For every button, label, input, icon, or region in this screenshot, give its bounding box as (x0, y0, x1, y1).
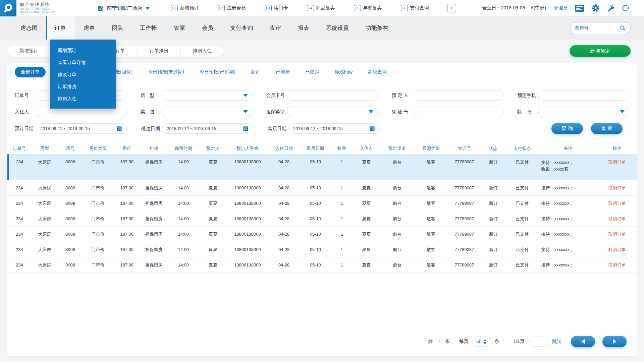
account-card-icon[interactable] (575, 5, 584, 12)
nav-item[interactable]: 团队 (103, 16, 131, 40)
function-shortcut[interactable]: F6 支付查询 (401, 5, 429, 11)
nav-item[interactable]: 支付查询 (222, 16, 261, 40)
table-row[interactable]: 234 大床房 8008 门市价 187.00 担保留房 14:00 夏夏 13… (8, 257, 637, 273)
per-page-selector[interactable]: 50 (472, 337, 491, 347)
function-shortcut[interactable]: F2 注册会员 (218, 5, 246, 11)
filter-tab[interactable]: 今日预抵(已过期) (200, 69, 235, 75)
status-select[interactable] (538, 107, 629, 117)
cancel-order-link[interactable]: 取消订单 (608, 216, 626, 221)
channel-select[interactable] (161, 107, 253, 117)
table-row[interactable]: 234 大床房 8008 门市价 187.00 担保留房 14:00 夏夏 13… (8, 180, 637, 196)
function-shortcut[interactable]: F4 商品售卖 (307, 5, 335, 11)
cell-room-type: 大床房 (31, 242, 58, 257)
nav-item[interactable]: 会员 (194, 16, 222, 40)
nav-item[interactable]: 管家 (165, 16, 194, 40)
arrival-date-picker[interactable]: 2018-09-12 ~ 2018-09-15 (162, 123, 253, 134)
order-tab[interactable]: 订单排房 (138, 46, 181, 57)
cancel-order-link[interactable]: 取消订单 (608, 247, 626, 252)
fkey-badge: F3 (265, 5, 272, 11)
table-body: 234 大床房 8008 门市价 187.00 担保留房 14:00 夏夏 13… (8, 154, 637, 273)
nav-item[interactable]: 夜审 (261, 16, 289, 40)
function-shortcut[interactable]: F5 早餐售卖 (354, 5, 382, 11)
cancel-order-link[interactable]: 取消订单 (608, 201, 626, 206)
submenu-item[interactable]: 修改订单 (50, 68, 116, 80)
query-button[interactable]: 查 询 (551, 123, 583, 134)
user-role[interactable]: 管理员 (553, 5, 568, 11)
cell-checkin: 04-28 (268, 196, 300, 211)
nav-item[interactable]: 系统设置 (318, 16, 357, 40)
table-row[interactable]: 234 大床房 8008 门市价 187.00 担保留房 14:00 夏夏 13… (8, 196, 637, 211)
cell-guest: 夏夏 (353, 211, 380, 227)
jump-button[interactable]: 跳转 (552, 339, 561, 345)
store-switcher[interactable]: 南宁朝阳广场店 (97, 5, 150, 12)
cell-voucher: 77789087 (448, 257, 481, 273)
logout-icon[interactable] (622, 4, 630, 12)
table-row[interactable]: 234 大床房 8008 门市价 187.00 担保留房 14:00 夏夏 13… (8, 211, 637, 227)
cancel-order-link[interactable]: 取消订单 (608, 185, 626, 190)
nav-item[interactable]: 房态图 (12, 16, 46, 40)
cell-rate-type: 门市价 (82, 227, 114, 242)
cell-qty: 1 (331, 227, 353, 242)
order-tab[interactable]: 新增预订 (7, 46, 51, 57)
table-row[interactable]: 234 大床房 8008 门市价 187.00 担保留房 14:00 夏夏 13… (8, 154, 637, 180)
filter-tab[interactable]: 全部订单 (15, 67, 46, 77)
search-icon[interactable] (620, 25, 626, 31)
filter-tab[interactable]: NoShow (335, 69, 353, 75)
guest-input[interactable] (40, 109, 122, 114)
function-shortcut[interactable]: F1 新增预订 (171, 5, 199, 11)
reset-button[interactable]: 重 置 (591, 123, 623, 134)
remark-line-1: 接待：xxxxxxx； (541, 159, 597, 166)
booker-input[interactable] (417, 93, 499, 98)
nav-item[interactable]: 报表 (289, 16, 318, 40)
gear-icon[interactable] (592, 4, 600, 12)
cancel-order-link[interactable]: 取消订单 (608, 232, 626, 237)
voucher-no-input[interactable] (417, 109, 499, 114)
filter-tab[interactable]: 今日预抵(未过期) (148, 69, 184, 75)
nav-item[interactable]: 功能架构 (357, 16, 397, 40)
nav-item[interactable]: 工作帐 (131, 16, 165, 40)
prev-page-button[interactable] (571, 336, 595, 347)
submenu-item[interactable]: 订单排房 (50, 80, 116, 93)
submenu-item[interactable]: 排房入住 (50, 93, 116, 105)
wrench-icon[interactable] (607, 4, 614, 12)
booking-date-picker[interactable]: 2018-09-12 ~ 2018-09-15 (36, 123, 127, 134)
table-row[interactable]: 234 大床房 8008 门市价 187.00 担保留房 14:00 夏夏 13… (8, 227, 637, 242)
jump-page-input[interactable] (529, 337, 549, 347)
next-page-button[interactable] (602, 336, 627, 347)
column-header: 客源类型 (414, 143, 448, 154)
order-tab[interactable]: 排房入住 (181, 46, 224, 57)
order-no-label: 订单号 (15, 93, 36, 99)
room-type-select[interactable] (161, 90, 253, 101)
fkey-badge: F5 (354, 5, 361, 11)
member-card-input[interactable] (291, 93, 373, 98)
nav-item[interactable]: 订单 (46, 16, 75, 40)
cell-guest: 夏夏 (353, 196, 380, 211)
room-search-input[interactable] (575, 25, 618, 31)
spinner-down-icon[interactable] (483, 342, 487, 344)
filter-tab[interactable]: 新订 (251, 69, 260, 75)
submenu-item[interactable]: 新增预订 (50, 44, 116, 56)
filter-tab[interactable]: 已取消 (305, 69, 319, 75)
cell-remark: 接待：xxxxxxx； (539, 211, 598, 227)
cell-guarantee: 担保留房 (140, 154, 168, 180)
function-shortcut[interactable]: F3 读门卡 (265, 5, 288, 11)
filter-tab[interactable]: 高级查询 (368, 69, 387, 75)
table-row[interactable]: 234 大床房 8008 门市价 187.00 担保留房 14:00 夏夏 13… (8, 242, 637, 257)
nav-item[interactable]: 房单 (75, 16, 103, 40)
spinner-up-icon[interactable] (483, 339, 487, 341)
submenu-item[interactable]: 查看订单详情 (50, 56, 116, 68)
guarantee-type-select[interactable] (287, 107, 378, 117)
cancel-order-link[interactable]: 取消订单 (608, 262, 626, 267)
column-header: 预订人手机 (227, 143, 268, 154)
cancel-order-link[interactable]: 取消订单 (608, 160, 626, 165)
arrow-left-icon (581, 339, 585, 344)
cell-booker: 夏夏 (199, 242, 227, 257)
new-booking-button[interactable]: 新增预定 (570, 45, 631, 57)
per-page-spinner[interactable] (483, 339, 487, 344)
cell-room-type: 大床房 (31, 196, 58, 211)
departure-date-picker[interactable]: 2018-09-12 ~ 2018-09-15 (288, 123, 380, 134)
filter-tab[interactable]: 已排房 (276, 69, 290, 75)
guarantee-type-group: 担保类型 (266, 107, 378, 117)
add-shortcut-button[interactable]: + (447, 4, 456, 12)
booker-phone-input[interactable] (543, 93, 625, 98)
